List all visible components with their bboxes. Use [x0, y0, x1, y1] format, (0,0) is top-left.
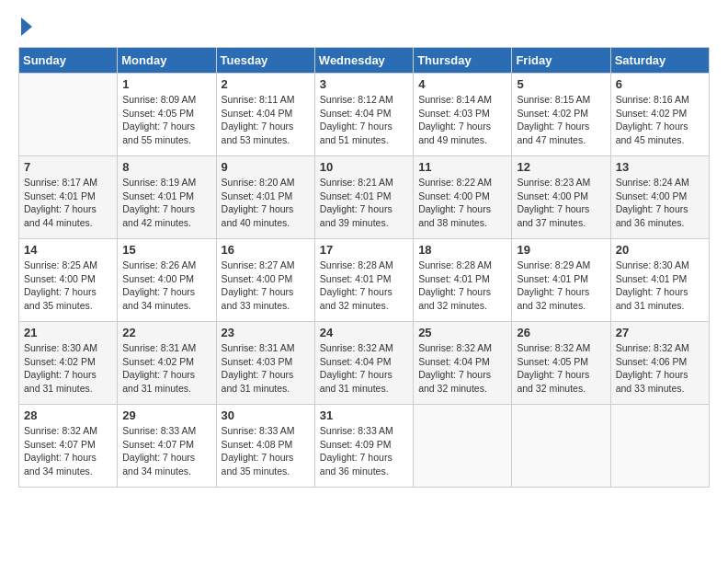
day-number: 19: [517, 243, 605, 257]
day-number: 20: [616, 243, 704, 257]
calendar-cell: 10Sunrise: 8:21 AMSunset: 4:01 PMDayligh…: [314, 156, 413, 239]
calendar-cell: 29Sunrise: 8:33 AMSunset: 4:07 PMDayligh…: [118, 405, 216, 488]
logo: [18, 18, 32, 38]
day-number: 2: [222, 77, 310, 91]
cell-info: Sunrise: 8:24 AMSunset: 4:00 PMDaylight:…: [616, 176, 704, 230]
day-number: 5: [517, 77, 605, 91]
calendar-cell: 8Sunrise: 8:19 AMSunset: 4:01 PMDaylight…: [118, 156, 216, 239]
day-number: 13: [616, 160, 704, 174]
calendar-cell: 9Sunrise: 8:20 AMSunset: 4:01 PMDaylight…: [216, 156, 314, 239]
cell-info: Sunrise: 8:20 AMSunset: 4:01 PMDaylight:…: [222, 176, 310, 230]
week-row-1: 1Sunrise: 8:09 AMSunset: 4:05 PMDaylight…: [19, 74, 710, 156]
calendar-cell: 6Sunrise: 8:16 AMSunset: 4:02 PMDaylight…: [610, 74, 709, 156]
day-number: 21: [24, 326, 112, 339]
cell-info: Sunrise: 8:22 AMSunset: 4:00 PMDaylight:…: [418, 176, 506, 230]
day-number: 8: [122, 160, 210, 174]
cell-info: Sunrise: 8:17 AMSunset: 4:01 PMDaylight:…: [24, 176, 112, 230]
calendar-cell: 3Sunrise: 8:12 AMSunset: 4:04 PMDaylight…: [314, 74, 413, 156]
day-header-tuesday: Tuesday: [216, 48, 314, 74]
cell-info: Sunrise: 8:14 AMSunset: 4:03 PMDaylight:…: [418, 93, 506, 147]
day-number: 23: [222, 326, 310, 339]
day-number: 31: [320, 408, 408, 422]
day-number: 11: [418, 160, 506, 174]
calendar-cell: 7Sunrise: 8:17 AMSunset: 4:01 PMDaylight…: [19, 156, 118, 239]
day-header-friday: Friday: [512, 48, 610, 74]
day-number: 12: [517, 160, 605, 174]
day-number: 15: [122, 243, 210, 257]
cell-info: Sunrise: 8:32 AMSunset: 4:05 PMDaylight:…: [517, 341, 605, 396]
calendar-cell: 2Sunrise: 8:11 AMSunset: 4:04 PMDaylight…: [216, 74, 314, 156]
days-header-row: SundayMondayTuesdayWednesdayThursdayFrid…: [19, 48, 710, 74]
day-number: 17: [320, 243, 408, 257]
calendar-cell: 25Sunrise: 8:32 AMSunset: 4:04 PMDayligh…: [414, 322, 512, 405]
cell-info: Sunrise: 8:28 AMSunset: 4:01 PMDaylight:…: [320, 259, 408, 313]
day-header-sunday: Sunday: [19, 48, 118, 74]
day-number: 4: [418, 77, 506, 91]
cell-info: Sunrise: 8:25 AMSunset: 4:00 PMDaylight:…: [24, 259, 112, 313]
day-number: 3: [320, 77, 408, 91]
calendar-cell: 4Sunrise: 8:14 AMSunset: 4:03 PMDaylight…: [414, 74, 512, 156]
day-number: 6: [616, 77, 704, 91]
day-number: 25: [418, 326, 506, 339]
cell-info: Sunrise: 8:11 AMSunset: 4:04 PMDaylight:…: [222, 93, 310, 147]
cell-info: Sunrise: 8:21 AMSunset: 4:01 PMDaylight:…: [320, 176, 408, 230]
calendar-cell: 11Sunrise: 8:22 AMSunset: 4:00 PMDayligh…: [414, 156, 512, 239]
day-header-saturday: Saturday: [610, 48, 709, 74]
week-row-3: 14Sunrise: 8:25 AMSunset: 4:00 PMDayligh…: [19, 239, 710, 322]
day-number: 18: [418, 243, 506, 257]
day-header-monday: Monday: [118, 48, 216, 74]
cell-info: Sunrise: 8:32 AMSunset: 4:04 PMDaylight:…: [418, 341, 506, 396]
day-number: 24: [320, 326, 408, 339]
calendar-cell: 26Sunrise: 8:32 AMSunset: 4:05 PMDayligh…: [512, 322, 610, 405]
cell-info: Sunrise: 8:31 AMSunset: 4:02 PMDaylight:…: [122, 341, 210, 396]
cell-info: Sunrise: 8:33 AMSunset: 4:09 PMDaylight:…: [320, 424, 408, 478]
calendar-cell: 30Sunrise: 8:33 AMSunset: 4:08 PMDayligh…: [216, 405, 314, 488]
week-row-2: 7Sunrise: 8:17 AMSunset: 4:01 PMDaylight…: [19, 156, 710, 239]
day-number: 10: [320, 160, 408, 174]
cell-info: Sunrise: 8:30 AMSunset: 4:01 PMDaylight:…: [616, 259, 704, 313]
cell-info: Sunrise: 8:32 AMSunset: 4:07 PMDaylight:…: [24, 424, 112, 478]
day-number: 9: [222, 160, 310, 174]
calendar-cell: [512, 405, 610, 488]
calendar-cell: 17Sunrise: 8:28 AMSunset: 4:01 PMDayligh…: [314, 239, 413, 322]
calendar-table: SundayMondayTuesdayWednesdayThursdayFrid…: [18, 47, 710, 488]
calendar-cell: 14Sunrise: 8:25 AMSunset: 4:00 PMDayligh…: [19, 239, 118, 322]
calendar-cell: 31Sunrise: 8:33 AMSunset: 4:09 PMDayligh…: [314, 405, 413, 488]
cell-info: Sunrise: 8:12 AMSunset: 4:04 PMDaylight:…: [320, 93, 408, 147]
cell-info: Sunrise: 8:26 AMSunset: 4:00 PMDaylight:…: [122, 259, 210, 313]
day-number: 7: [24, 160, 112, 174]
calendar-cell: 5Sunrise: 8:15 AMSunset: 4:02 PMDaylight…: [512, 74, 610, 156]
logo-arrow-icon: [21, 17, 32, 36]
calendar-cell: 20Sunrise: 8:30 AMSunset: 4:01 PMDayligh…: [610, 239, 709, 322]
calendar-cell: 22Sunrise: 8:31 AMSunset: 4:02 PMDayligh…: [118, 322, 216, 405]
calendar-cell: 1Sunrise: 8:09 AMSunset: 4:05 PMDaylight…: [118, 74, 216, 156]
day-number: 28: [24, 408, 112, 422]
calendar-cell: 27Sunrise: 8:32 AMSunset: 4:06 PMDayligh…: [610, 322, 709, 405]
day-number: 14: [24, 243, 112, 257]
cell-info: Sunrise: 8:32 AMSunset: 4:04 PMDaylight:…: [320, 341, 408, 396]
page-header: [18, 18, 710, 38]
cell-info: Sunrise: 8:28 AMSunset: 4:01 PMDaylight:…: [418, 259, 506, 313]
calendar-cell: 19Sunrise: 8:29 AMSunset: 4:01 PMDayligh…: [512, 239, 610, 322]
cell-info: Sunrise: 8:16 AMSunset: 4:02 PMDaylight:…: [616, 93, 704, 147]
day-number: 16: [222, 243, 310, 257]
cell-info: Sunrise: 8:29 AMSunset: 4:01 PMDaylight:…: [517, 259, 605, 313]
calendar-cell: 15Sunrise: 8:26 AMSunset: 4:00 PMDayligh…: [118, 239, 216, 322]
day-number: 26: [517, 326, 605, 339]
cell-info: Sunrise: 8:33 AMSunset: 4:08 PMDaylight:…: [222, 424, 310, 478]
cell-info: Sunrise: 8:15 AMSunset: 4:02 PMDaylight:…: [517, 93, 605, 147]
cell-info: Sunrise: 8:19 AMSunset: 4:01 PMDaylight:…: [122, 176, 210, 230]
day-number: 22: [122, 326, 210, 339]
week-row-4: 21Sunrise: 8:30 AMSunset: 4:02 PMDayligh…: [19, 322, 710, 405]
day-number: 29: [122, 408, 210, 422]
cell-info: Sunrise: 8:31 AMSunset: 4:03 PMDaylight:…: [222, 341, 310, 396]
calendar-cell: 23Sunrise: 8:31 AMSunset: 4:03 PMDayligh…: [216, 322, 314, 405]
cell-info: Sunrise: 8:23 AMSunset: 4:00 PMDaylight:…: [517, 176, 605, 230]
cell-info: Sunrise: 8:32 AMSunset: 4:06 PMDaylight:…: [616, 341, 704, 396]
day-number: 27: [616, 326, 704, 339]
calendar-cell: [414, 405, 512, 488]
calendar-cell: 24Sunrise: 8:32 AMSunset: 4:04 PMDayligh…: [314, 322, 413, 405]
day-number: 1: [122, 77, 210, 91]
cell-info: Sunrise: 8:09 AMSunset: 4:05 PMDaylight:…: [122, 93, 210, 147]
calendar-cell: [19, 74, 118, 156]
